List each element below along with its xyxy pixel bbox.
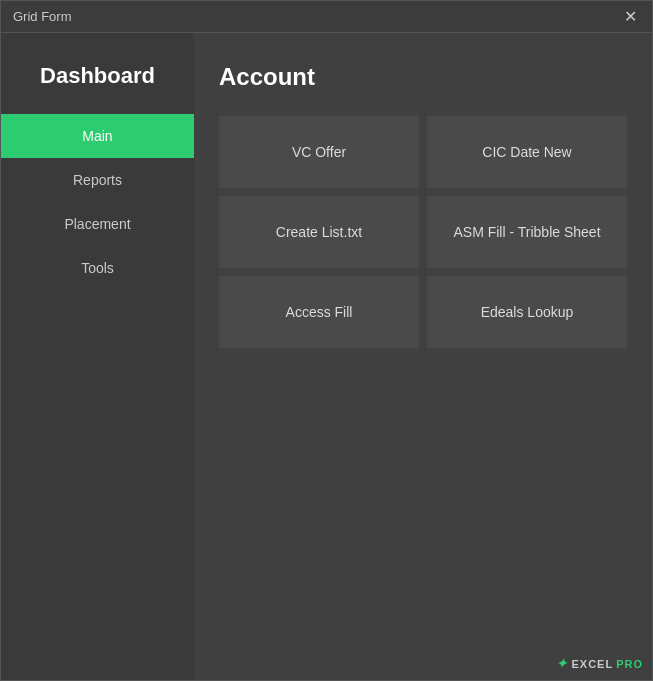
- window: Grid Form ✕ Dashboard Main Reports Place…: [0, 0, 653, 681]
- asm-fill-button[interactable]: ASM Fill - Tribble Sheet: [427, 196, 627, 268]
- sidebar-item-reports[interactable]: Reports: [1, 158, 194, 202]
- window-title: Grid Form: [13, 9, 72, 24]
- access-fill-button[interactable]: Access Fill: [219, 276, 419, 348]
- content-area: Dashboard Main Reports Placement Tools A…: [1, 33, 652, 680]
- main-content: Account VC Offer CIC Date New Create Lis…: [194, 33, 652, 680]
- watermark-text2: PRO: [616, 658, 643, 670]
- create-list-txt-button[interactable]: Create List.txt: [219, 196, 419, 268]
- watermark-text1: EXCEL: [571, 658, 613, 670]
- sidebar: Dashboard Main Reports Placement Tools: [1, 33, 194, 680]
- watermark-icon: ✦: [556, 656, 568, 671]
- button-grid: VC Offer CIC Date New Create List.txt AS…: [219, 116, 627, 348]
- watermark: ✦ EXCEL PRO: [556, 656, 643, 671]
- sidebar-item-placement[interactable]: Placement: [1, 202, 194, 246]
- sidebar-item-tools[interactable]: Tools: [1, 246, 194, 290]
- title-bar: Grid Form ✕: [1, 1, 652, 33]
- main-title: Account: [219, 63, 627, 91]
- edeals-lookup-button[interactable]: Edeals Lookup: [427, 276, 627, 348]
- sidebar-item-main[interactable]: Main: [1, 114, 194, 158]
- close-button[interactable]: ✕: [620, 7, 640, 27]
- vc-offer-button[interactable]: VC Offer: [219, 116, 419, 188]
- cic-date-new-button[interactable]: CIC Date New: [427, 116, 627, 188]
- sidebar-title: Dashboard: [1, 43, 194, 114]
